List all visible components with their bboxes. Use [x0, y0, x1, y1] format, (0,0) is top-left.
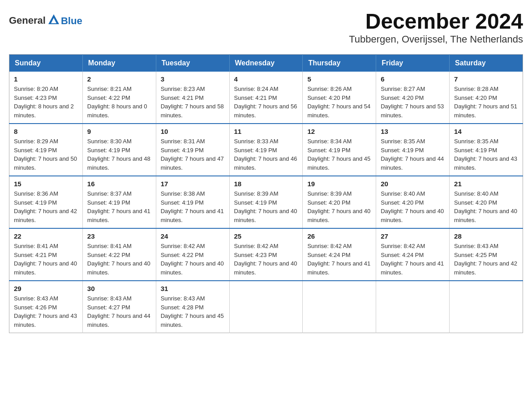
calendar-cell: 18Sunrise: 8:39 AMSunset: 4:19 PMDayligh…	[229, 176, 303, 228]
calendar-cell: 23Sunrise: 8:41 AMSunset: 4:22 PMDayligh…	[82, 228, 156, 281]
calendar-table: SundayMondayTuesdayWednesdayThursdayFrid…	[9, 54, 523, 333]
calendar-cell: 30Sunrise: 8:43 AMSunset: 4:27 PMDayligh…	[82, 281, 156, 333]
day-number: 14	[454, 128, 518, 135]
calendar-cell: 12Sunrise: 8:34 AMSunset: 4:19 PMDayligh…	[303, 124, 376, 176]
week-row-2: 8Sunrise: 8:29 AMSunset: 4:19 PMDaylight…	[9, 124, 523, 176]
title-area: December 2024 Tubbergen, Overijssel, The…	[349, 9, 523, 45]
week-row-1: 1Sunrise: 8:20 AMSunset: 4:23 PMDaylight…	[9, 72, 523, 124]
day-info: Sunrise: 8:20 AMSunset: 4:23 PMDaylight:…	[14, 86, 74, 119]
weekday-header-row: SundayMondayTuesdayWednesdayThursdayFrid…	[9, 55, 523, 72]
day-number: 10	[161, 128, 225, 135]
logo-general: General	[9, 15, 46, 26]
calendar-header: SundayMondayTuesdayWednesdayThursdayFrid…	[9, 55, 523, 72]
weekday-header-sunday: Sunday	[9, 55, 83, 72]
day-number: 16	[87, 180, 151, 188]
calendar-cell: 21Sunrise: 8:40 AMSunset: 4:20 PMDayligh…	[450, 176, 523, 228]
day-number: 29	[14, 285, 78, 292]
day-info: Sunrise: 8:31 AMSunset: 4:19 PMDaylight:…	[161, 138, 224, 171]
day-info: Sunrise: 8:35 AMSunset: 4:19 PMDaylight:…	[381, 138, 444, 171]
calendar-cell: 16Sunrise: 8:37 AMSunset: 4:19 PMDayligh…	[82, 176, 156, 228]
day-info: Sunrise: 8:21 AMSunset: 4:22 PMDaylight:…	[87, 86, 147, 119]
day-number: 31	[161, 285, 225, 292]
day-info: Sunrise: 8:30 AMSunset: 4:19 PMDaylight:…	[87, 138, 150, 171]
day-info: Sunrise: 8:42 AMSunset: 4:22 PMDaylight:…	[161, 243, 224, 276]
calendar-cell: 14Sunrise: 8:35 AMSunset: 4:19 PMDayligh…	[450, 124, 523, 176]
day-number: 3	[161, 75, 225, 83]
day-number: 25	[234, 232, 298, 240]
weekday-header-saturday: Saturday	[450, 55, 523, 72]
calendar-cell: 17Sunrise: 8:38 AMSunset: 4:19 PMDayligh…	[156, 176, 229, 228]
calendar-cell	[229, 281, 303, 333]
weekday-header-wednesday: Wednesday	[229, 55, 303, 72]
day-number: 22	[14, 232, 78, 240]
calendar-cell	[303, 281, 376, 333]
day-number: 4	[234, 75, 298, 83]
calendar-cell: 27Sunrise: 8:42 AMSunset: 4:24 PMDayligh…	[376, 228, 450, 281]
calendar-cell: 7Sunrise: 8:28 AMSunset: 4:20 PMDaylight…	[450, 72, 523, 124]
day-info: Sunrise: 8:42 AMSunset: 4:24 PMDaylight:…	[381, 243, 444, 276]
weekday-header-thursday: Thursday	[303, 55, 376, 72]
calendar-cell: 8Sunrise: 8:29 AMSunset: 4:19 PMDaylight…	[9, 124, 83, 176]
day-number: 9	[87, 128, 151, 135]
day-number: 8	[14, 128, 78, 135]
day-number: 27	[381, 232, 445, 240]
day-info: Sunrise: 8:39 AMSunset: 4:19 PMDaylight:…	[234, 190, 297, 223]
day-info: Sunrise: 8:40 AMSunset: 4:20 PMDaylight:…	[381, 190, 444, 223]
day-info: Sunrise: 8:40 AMSunset: 4:20 PMDaylight:…	[454, 190, 517, 223]
calendar-cell: 10Sunrise: 8:31 AMSunset: 4:19 PMDayligh…	[156, 124, 229, 176]
day-number: 23	[87, 232, 151, 240]
day-info: Sunrise: 8:33 AMSunset: 4:19 PMDaylight:…	[234, 138, 297, 171]
logo-blue: Blue	[61, 15, 82, 26]
day-info: Sunrise: 8:43 AMSunset: 4:28 PMDaylight:…	[161, 295, 224, 328]
day-info: Sunrise: 8:34 AMSunset: 4:19 PMDaylight:…	[307, 138, 370, 171]
day-number: 26	[307, 232, 371, 240]
calendar-cell: 9Sunrise: 8:30 AMSunset: 4:19 PMDaylight…	[82, 124, 156, 176]
day-info: Sunrise: 8:23 AMSunset: 4:21 PMDaylight:…	[161, 86, 224, 119]
calendar-cell: 25Sunrise: 8:42 AMSunset: 4:23 PMDayligh…	[229, 228, 303, 281]
day-info: Sunrise: 8:38 AMSunset: 4:19 PMDaylight:…	[161, 190, 224, 223]
calendar-cell: 3Sunrise: 8:23 AMSunset: 4:21 PMDaylight…	[156, 72, 229, 124]
day-number: 12	[307, 128, 371, 135]
day-number: 30	[87, 285, 151, 292]
calendar-cell: 15Sunrise: 8:36 AMSunset: 4:19 PMDayligh…	[9, 176, 83, 228]
day-number: 1	[14, 75, 78, 83]
calendar-cell: 4Sunrise: 8:24 AMSunset: 4:21 PMDaylight…	[229, 72, 303, 124]
calendar-body: 1Sunrise: 8:20 AMSunset: 4:23 PMDaylight…	[9, 72, 523, 333]
day-number: 17	[161, 180, 225, 188]
location-title: Tubbergen, Overijssel, The Netherlands	[349, 34, 523, 45]
weekday-header-monday: Monday	[82, 55, 156, 72]
day-info: Sunrise: 8:27 AMSunset: 4:20 PMDaylight:…	[381, 86, 444, 119]
week-row-4: 22Sunrise: 8:41 AMSunset: 4:21 PMDayligh…	[9, 228, 523, 281]
day-number: 11	[234, 128, 298, 135]
day-number: 20	[381, 180, 445, 188]
page-header: General Blue December 2024 Tubbergen, Ov…	[9, 9, 523, 45]
month-title: December 2024	[349, 9, 523, 34]
day-number: 5	[307, 75, 371, 83]
weekday-header-tuesday: Tuesday	[156, 55, 229, 72]
calendar-cell: 13Sunrise: 8:35 AMSunset: 4:19 PMDayligh…	[376, 124, 450, 176]
day-info: Sunrise: 8:42 AMSunset: 4:23 PMDaylight:…	[234, 243, 297, 276]
day-info: Sunrise: 8:26 AMSunset: 4:20 PMDaylight:…	[307, 86, 370, 119]
day-info: Sunrise: 8:28 AMSunset: 4:20 PMDaylight:…	[454, 86, 517, 119]
day-number: 19	[307, 180, 371, 188]
day-info: Sunrise: 8:35 AMSunset: 4:19 PMDaylight:…	[454, 138, 517, 171]
calendar-cell	[450, 281, 523, 333]
logo-triangle-icon	[47, 13, 60, 26]
calendar-cell: 1Sunrise: 8:20 AMSunset: 4:23 PMDaylight…	[9, 72, 83, 124]
day-number: 18	[234, 180, 298, 188]
day-number: 28	[454, 232, 518, 240]
weekday-header-friday: Friday	[376, 55, 450, 72]
day-info: Sunrise: 8:24 AMSunset: 4:21 PMDaylight:…	[234, 86, 297, 119]
day-info: Sunrise: 8:43 AMSunset: 4:27 PMDaylight:…	[87, 295, 150, 328]
calendar-cell: 11Sunrise: 8:33 AMSunset: 4:19 PMDayligh…	[229, 124, 303, 176]
calendar-cell: 6Sunrise: 8:27 AMSunset: 4:20 PMDaylight…	[376, 72, 450, 124]
day-number: 2	[87, 75, 151, 83]
calendar-cell: 28Sunrise: 8:43 AMSunset: 4:25 PMDayligh…	[450, 228, 523, 281]
day-info: Sunrise: 8:36 AMSunset: 4:19 PMDaylight:…	[14, 190, 77, 223]
calendar-cell: 20Sunrise: 8:40 AMSunset: 4:20 PMDayligh…	[376, 176, 450, 228]
calendar-cell: 19Sunrise: 8:39 AMSunset: 4:20 PMDayligh…	[303, 176, 376, 228]
day-number: 21	[454, 180, 518, 188]
day-number: 24	[161, 232, 225, 240]
day-info: Sunrise: 8:41 AMSunset: 4:22 PMDaylight:…	[87, 243, 150, 276]
calendar-cell: 22Sunrise: 8:41 AMSunset: 4:21 PMDayligh…	[9, 228, 83, 281]
